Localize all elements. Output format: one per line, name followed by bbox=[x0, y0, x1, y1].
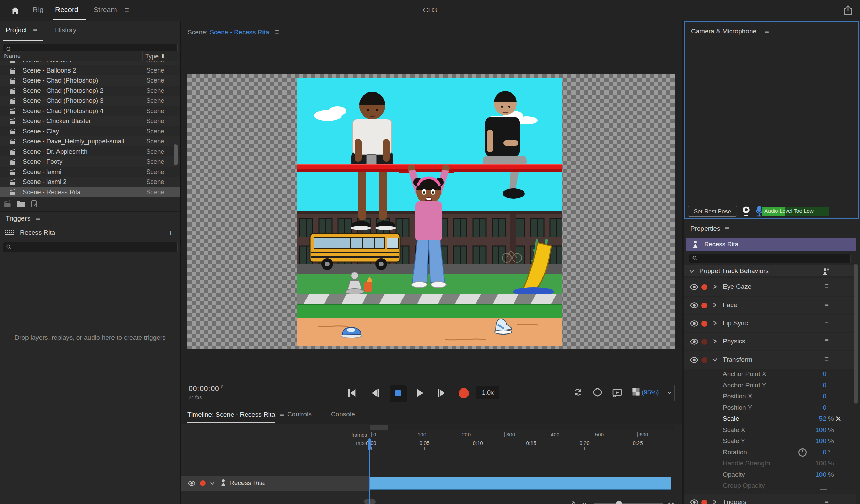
behavior-menu-icon[interactable]: ≡ bbox=[824, 300, 829, 308]
scene-stage[interactable] bbox=[187, 74, 675, 349]
behavior-row[interactable]: Lip Sync ≡ bbox=[684, 315, 856, 332]
zoom-level-dropdown[interactable] bbox=[665, 385, 675, 401]
track-header-recess-rita[interactable]: Recess Rita bbox=[181, 476, 369, 491]
add-behavior-icon[interactable] bbox=[822, 267, 830, 275]
behavior-arm-dot[interactable] bbox=[701, 500, 707, 504]
set-rest-pose-button[interactable]: Set Rest Pose bbox=[688, 206, 737, 217]
properties-search-input[interactable] bbox=[689, 254, 851, 263]
timecode[interactable]: 00:00:000 bbox=[189, 384, 224, 393]
behavior-menu-icon[interactable]: ≡ bbox=[824, 282, 829, 290]
project-row[interactable]: Scene - Recess Rita Scene bbox=[0, 187, 180, 197]
behavior-eye-icon[interactable] bbox=[690, 320, 699, 327]
zoom-level[interactable]: (95%) bbox=[642, 388, 659, 396]
behavior-arm-dot[interactable] bbox=[701, 339, 707, 345]
behavior-menu-icon[interactable]: ≡ bbox=[824, 355, 829, 363]
behavior-menu-icon[interactable]: ≡ bbox=[824, 319, 829, 326]
triggers-panel-menu-icon[interactable]: ≡ bbox=[36, 215, 40, 222]
tab-project[interactable]: Project bbox=[6, 26, 27, 34]
camera-microphone-panel[interactable]: Camera & Microphone ≡ Set Rest Pose Audi… bbox=[684, 21, 859, 219]
property-value[interactable]: 100 bbox=[787, 426, 826, 434]
track-expand-chevron-icon[interactable] bbox=[209, 481, 215, 486]
property-value[interactable]: 0 bbox=[787, 404, 826, 412]
stop-button[interactable] bbox=[390, 385, 407, 402]
time-ruler[interactable]: 0:000:050:100:150:200:25 bbox=[371, 440, 681, 447]
project-row[interactable]: Scene - Chicken Blaster Scene bbox=[0, 116, 180, 126]
project-row[interactable]: Scene - Dr. Applesmith Scene bbox=[0, 146, 180, 157]
stream-output-icon[interactable] bbox=[612, 387, 624, 399]
behavior-row[interactable]: Eye Gaze ≡ bbox=[684, 278, 856, 296]
snapping-icon[interactable] bbox=[592, 387, 605, 399]
webcam-icon[interactable] bbox=[741, 206, 751, 217]
zoom-out-mountain-icon[interactable] bbox=[581, 500, 589, 504]
behavior-chevron-icon[interactable] bbox=[712, 499, 718, 504]
behavior-arm-dot[interactable] bbox=[701, 357, 707, 363]
property-value[interactable]: 52 bbox=[787, 415, 826, 423]
behavior-arm-dot[interactable] bbox=[701, 284, 707, 290]
project-row[interactable]: Scene - Dave_Helmly_puppet-small Scene bbox=[0, 136, 180, 146]
behavior-eye-icon[interactable] bbox=[690, 283, 699, 291]
selected-puppet-row[interactable]: Recess Rita bbox=[686, 238, 856, 251]
reset-close-icon[interactable] bbox=[835, 415, 842, 422]
project-row[interactable]: Scene - Footy Scene bbox=[0, 156, 180, 167]
behavior-menu-icon[interactable]: ≡ bbox=[824, 497, 829, 504]
scene-panel-menu-icon[interactable]: ≡ bbox=[275, 28, 279, 36]
project-panel-menu-icon[interactable]: ≡ bbox=[33, 27, 37, 34]
behavior-arm-dot[interactable] bbox=[701, 321, 707, 327]
play-button[interactable] bbox=[414, 387, 426, 399]
add-trigger-icon[interactable]: + bbox=[168, 228, 173, 239]
import-file-icon[interactable] bbox=[30, 200, 39, 208]
playhead-handle[interactable] bbox=[368, 439, 371, 450]
property-value[interactable]: 100 bbox=[787, 460, 826, 467]
properties-scrollbar[interactable] bbox=[854, 264, 858, 404]
project-row[interactable]: Scene - Chad (Photoshop) 3 Scene bbox=[0, 96, 180, 106]
column-name[interactable]: Name bbox=[4, 53, 21, 60]
record-button[interactable] bbox=[459, 388, 469, 398]
zoom-in-mountain-icon[interactable] bbox=[666, 500, 676, 504]
project-row[interactable]: Scene - Chad (Photoshop) Scene bbox=[0, 75, 180, 86]
behavior-eye-icon[interactable] bbox=[690, 356, 699, 364]
track-visibility-eye-icon[interactable] bbox=[187, 480, 196, 487]
project-list-scrollbar[interactable] bbox=[174, 144, 178, 165]
previous-frame-button[interactable] bbox=[369, 387, 381, 399]
property-value[interactable]: 0 bbox=[787, 449, 826, 456]
tab-controls[interactable]: Controls bbox=[287, 410, 312, 418]
behavior-eye-icon[interactable] bbox=[690, 338, 699, 346]
playback-speed[interactable]: 1.0x bbox=[476, 386, 499, 399]
project-row[interactable]: Scene - Balloons 2 Scene bbox=[0, 65, 180, 76]
behavior-menu-icon[interactable]: ≡ bbox=[824, 337, 829, 344]
property-value[interactable]: 100 bbox=[787, 471, 826, 479]
property-value[interactable]: 0 bbox=[787, 382, 826, 389]
puppet-track-behaviors-section[interactable]: Puppet Track Behaviors bbox=[684, 265, 856, 276]
behavior-chevron-icon[interactable] bbox=[712, 357, 718, 363]
timeline-zoombar[interactable] bbox=[370, 425, 675, 430]
behavior-chevron-icon[interactable] bbox=[712, 320, 718, 326]
behavior-row[interactable]: Transform ≡ bbox=[684, 351, 856, 369]
tab-timeline[interactable]: Timeline: Scene - Recess Rita ≡ bbox=[187, 410, 284, 418]
scene-name-link[interactable]: Scene - Recess Rita bbox=[209, 29, 269, 36]
project-row[interactable]: Scene - laxmi 2 Scene bbox=[0, 177, 180, 187]
timeline-hscrollbar[interactable] bbox=[364, 499, 376, 504]
new-folder-icon[interactable] bbox=[17, 200, 25, 208]
tab-console[interactable]: Console bbox=[331, 410, 355, 418]
tab-history[interactable]: History bbox=[55, 26, 76, 34]
track-arm-record-dot[interactable] bbox=[200, 480, 206, 486]
behavior-chevron-icon[interactable] bbox=[712, 338, 718, 344]
trigger-set-row[interactable]: Recess Rita + bbox=[0, 227, 180, 240]
behavior-row[interactable]: Face ≡ bbox=[684, 297, 856, 314]
fit-timeline-icon[interactable] bbox=[569, 500, 576, 504]
behavior-eye-icon[interactable] bbox=[690, 498, 699, 504]
project-row[interactable]: Scene - Chad (Photoshop) 4 Scene bbox=[0, 106, 180, 116]
go-to-start-button[interactable] bbox=[346, 387, 358, 399]
section-chevron-down-icon[interactable] bbox=[689, 269, 695, 274]
property-value[interactable]: 100 bbox=[787, 437, 826, 445]
properties-menu-icon[interactable]: ≡ bbox=[725, 225, 729, 232]
behavior-arm-dot[interactable] bbox=[701, 303, 707, 308]
behavior-chevron-icon[interactable] bbox=[712, 302, 718, 308]
project-list-header[interactable]: Name Type ⬆ bbox=[0, 51, 180, 61]
project-row[interactable]: Scene - Clay Scene bbox=[0, 126, 180, 136]
behavior-chevron-icon[interactable] bbox=[712, 284, 718, 290]
frames-ruler[interactable]: 0100200300400500600 bbox=[371, 432, 681, 439]
timeline-zoom-knob[interactable] bbox=[616, 501, 622, 504]
share-icon[interactable] bbox=[842, 4, 854, 16]
next-frame-button[interactable] bbox=[436, 387, 449, 399]
